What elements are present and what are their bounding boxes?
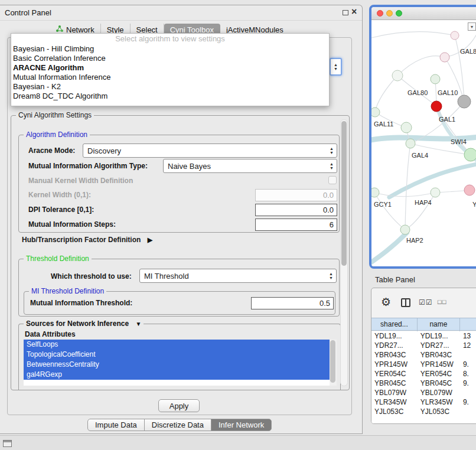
popup-item-bayesian-k2[interactable]: Bayesian - K2 xyxy=(11,82,329,92)
table-row[interactable]: YBR045CYBR045C9. xyxy=(371,379,476,388)
settings-scrollbar[interactable] xyxy=(340,119,348,386)
close-traffic-light-icon[interactable] xyxy=(377,10,383,17)
table-row[interactable]: YLR345WYLR345W9. xyxy=(371,397,476,407)
network-edge[interactable] xyxy=(371,32,455,38)
table-row[interactable]: YDR27...YDR27...12 xyxy=(371,341,476,350)
manual-kernel-checkbox[interactable] xyxy=(328,176,337,184)
sources-group: Sources for Network Inference ▼ Data Att… xyxy=(18,324,341,390)
table-row[interactable]: YBL079WYBL079W xyxy=(371,388,476,397)
popup-item-aracne-algorithm[interactable]: ARACNE Algorithm xyxy=(11,63,329,73)
column-header-shared-[interactable]: shared... xyxy=(371,318,418,331)
network-node[interactable] xyxy=(431,188,440,197)
node-label-gcy1: GCY1 xyxy=(374,201,392,208)
zoom-traffic-light-icon[interactable] xyxy=(396,10,402,17)
hidden-panel-icon[interactable] xyxy=(3,440,12,447)
table-row[interactable]: YPR145WYPR145W9. xyxy=(371,360,476,369)
table-cell: YDL19... xyxy=(371,331,418,341)
network-node[interactable] xyxy=(406,139,415,148)
network-edge[interactable] xyxy=(375,76,397,112)
table-row[interactable]: YBR043CYBR043C xyxy=(371,350,476,360)
expand-right-icon[interactable]: ▶ xyxy=(148,236,152,243)
select-columns-icon[interactable]: ☑☑ xyxy=(419,298,433,306)
table-cell: YBR045C xyxy=(418,379,460,388)
collapse-down-icon[interactable]: ▼ xyxy=(135,321,141,327)
node-label-gal11: GAL11 xyxy=(374,120,393,128)
hub-section-header[interactable]: Hub/Transcription Factor Definition ▶ xyxy=(22,236,152,244)
dpi-tolerance-field[interactable]: 0.0 xyxy=(255,204,337,216)
popup-item-mutual-information-inference[interactable]: Mutual Information Inference xyxy=(11,73,329,82)
scrollbar-thumb[interactable] xyxy=(341,121,347,266)
birdseye-button[interactable]: ▾ xyxy=(468,22,476,31)
popup-item-list: Bayesian - Hill ClimbingBasic Correlatio… xyxy=(11,44,329,101)
sources-group-title[interactable]: Sources for Network Inference ▼ xyxy=(24,319,144,328)
column-header-2[interactable] xyxy=(460,318,476,331)
attribute-item-betweennesscentrality[interactable]: BetweennessCentrality xyxy=(24,360,330,370)
network-node[interactable] xyxy=(400,225,410,234)
table-row[interactable]: YJL053CYJL053C xyxy=(371,407,476,416)
column-header-name[interactable]: name xyxy=(418,318,460,331)
attribute-item-topologicalcoefficient[interactable]: TopologicalCoefficient xyxy=(24,350,330,360)
network-node[interactable] xyxy=(464,185,475,195)
table-body: YDL19...YDL19...13YDR27...YDR27...12YBR0… xyxy=(371,331,476,423)
table-cell: YPR145W xyxy=(418,360,460,369)
data-attributes-list[interactable]: SelfLoopsTopologicalCoefficientBetweenne… xyxy=(24,340,337,386)
network-canvas[interactable]: GAL8GAL80GAL10GAL11GAL1SWI4GAL4GCY1HAP4H… xyxy=(371,20,476,266)
table-cell: YDR27... xyxy=(371,341,418,350)
kernel-width-field[interactable]: 0.0 xyxy=(255,189,337,201)
network-node[interactable] xyxy=(440,53,449,62)
popup-item-dream8-dc-tdc-algorithm[interactable]: Dream8 DC_TDC Algorithm xyxy=(11,92,329,101)
network-node[interactable] xyxy=(392,70,403,81)
which-threshold-combobox[interactable]: MI Threshold ▲▼ xyxy=(139,269,337,283)
algorithm-combobox-button[interactable]: ▲▼ xyxy=(330,58,342,76)
table-cell: YBR043C xyxy=(418,350,460,360)
node-label-hap4: HAP4 xyxy=(415,199,432,206)
minimize-traffic-light-icon[interactable] xyxy=(386,10,393,17)
table-cell xyxy=(460,407,476,416)
bottom-tab-infer-network[interactable]: Infer Network xyxy=(211,419,272,431)
float-window-icon[interactable] xyxy=(343,10,348,15)
network-window-titlebar xyxy=(371,7,476,20)
attribute-item-selfloops[interactable]: SelfLoops xyxy=(24,340,330,350)
table-row[interactable]: YDL19...YDL19...13 xyxy=(371,331,476,341)
network-edge[interactable] xyxy=(397,56,445,76)
node-label-hap2: HAP2 xyxy=(406,237,423,244)
popup-item-basic-correlation-inference[interactable]: Basic Correlation Inference xyxy=(11,54,329,63)
table-cell: YDR27... xyxy=(418,341,460,350)
attributes-scrollbar[interactable] xyxy=(330,340,337,386)
popup-placeholder: Select algorithm to view settings xyxy=(11,34,329,44)
network-node[interactable] xyxy=(431,101,442,112)
table-cell xyxy=(460,388,476,397)
close-icon[interactable]: × xyxy=(351,6,357,17)
attribute-item-gal4rgexp[interactable]: gal4RGexp xyxy=(24,370,330,380)
network-edge[interactable] xyxy=(371,233,407,266)
apply-button[interactable]: Apply xyxy=(158,399,200,412)
scrollbar-thumb[interactable] xyxy=(330,340,335,383)
deselect-columns-icon[interactable]: □□ xyxy=(438,298,446,305)
network-node[interactable] xyxy=(401,122,412,133)
network-node[interactable] xyxy=(371,188,379,197)
mi-steps-field[interactable]: 6 xyxy=(255,219,337,231)
table-cell: YJL053C xyxy=(418,407,460,416)
node-label-gal80: GAL80 xyxy=(407,89,428,96)
network-node[interactable] xyxy=(451,31,459,40)
bottom-tab-impute-data[interactable]: Impute Data xyxy=(87,419,145,431)
table-cell: YLR345W xyxy=(418,397,460,407)
network-node[interactable] xyxy=(371,107,380,117)
popup-item-bayesian-hill-climbing[interactable]: Bayesian - Hill Climbing xyxy=(11,44,329,54)
mi-threshold-field[interactable]: 0.5 xyxy=(251,297,334,309)
threshold-definition-group: Threshold Definition Which threshold to … xyxy=(18,259,340,317)
network-node[interactable] xyxy=(431,74,440,84)
aracne-mode-combobox[interactable]: Discovery ▲▼ xyxy=(83,144,337,158)
network-node[interactable] xyxy=(458,95,471,108)
table-header: shared...name xyxy=(371,318,476,331)
table-cell: 9. xyxy=(460,360,476,369)
table-row[interactable]: YER054CYER054C8. xyxy=(371,369,476,379)
columns-icon[interactable] xyxy=(401,298,410,307)
table-cell: YDL19... xyxy=(418,331,460,341)
network-node[interactable] xyxy=(464,148,476,161)
gear-icon[interactable]: ⚙ xyxy=(381,295,391,309)
node-label-gal1: GAL1 xyxy=(439,116,455,123)
network-edge[interactable] xyxy=(374,193,435,197)
bottom-tab-discretize-data[interactable]: Discretize Data xyxy=(144,419,211,431)
mi-type-combobox[interactable]: Naive Bayes ▲▼ xyxy=(163,159,337,173)
